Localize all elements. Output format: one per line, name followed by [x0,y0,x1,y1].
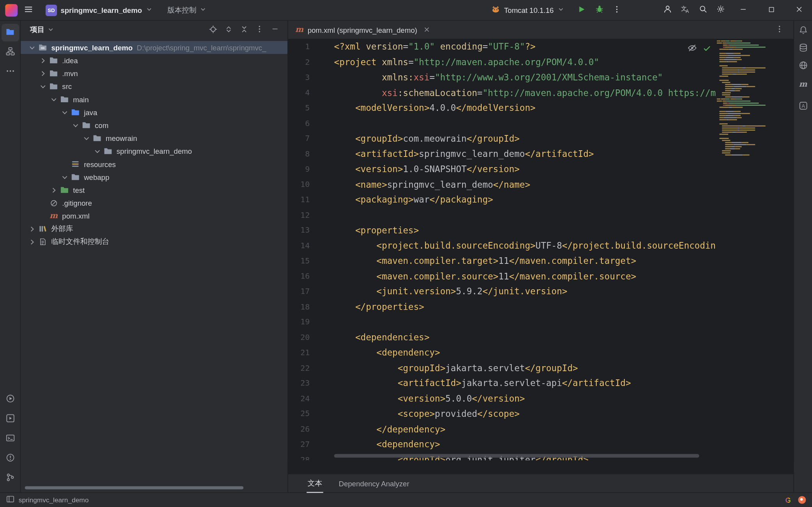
line-number[interactable]: 9 [288,162,334,177]
google-translate-engine-icon[interactable]: G [785,496,791,504]
line-number[interactable]: 5 [288,101,334,116]
chevron-down-icon[interactable] [60,173,70,181]
line-number[interactable]: 10 [288,177,334,192]
inspection-widget[interactable] [687,43,711,55]
chevron-right-icon[interactable] [49,186,59,194]
code-line-20[interactable]: 20 <dependencies> [288,330,793,345]
right-bar-web-button[interactable] [795,58,811,75]
code-viewport[interactable]: 1<?xml version="1.0" encoding="UTF-8"?>2… [288,39,793,460]
project-view-selector[interactable]: 项目 [30,25,54,35]
chevron-down-icon[interactable] [92,147,103,155]
tab-close-button[interactable] [421,25,432,35]
chevron-right-icon[interactable] [38,69,48,77]
bottom-tab-text[interactable]: 文本 [301,474,328,493]
code-line-12[interactable]: 12 [288,208,793,223]
tool-window-layout-icon[interactable] [6,495,14,505]
line-number[interactable]: 25 [288,406,334,422]
chevron-right-icon[interactable] [27,225,37,233]
expand-all-button[interactable] [221,23,236,37]
line-number[interactable]: 23 [288,376,334,391]
tree-item-gitignore[interactable]: .gitignore [21,196,287,209]
tree-item-mvn[interactable]: .mvn [21,67,287,80]
code-with-me-button[interactable] [660,2,675,18]
code-line-26[interactable]: 26 </dependency> [288,422,793,437]
tree-item-java[interactable]: java [21,106,287,119]
project-widget[interactable]: SD springmvc_learn_demo [43,3,156,17]
tree-item-external-libraries[interactable]: 外部库 [21,222,287,235]
line-number[interactable]: 28 [288,452,334,461]
line-number[interactable]: 22 [288,361,334,376]
code-line-23[interactable]: 23 <artifactId>jakarta.servlet-api</arti… [288,376,793,391]
line-number[interactable]: 14 [288,238,334,253]
code-line-22[interactable]: 22 <groupId>jakarta.servlet</groupId> [288,361,793,376]
tool-window-services-button[interactable] [1,411,19,428]
line-number[interactable]: 7 [288,131,334,146]
editor-horizontal-scrollbar[interactable] [334,454,699,457]
tool-window-more-button[interactable] [1,63,19,81]
run-configuration-widget[interactable]: Tomcat 10.1.16 [488,3,567,17]
right-bar-maven-button[interactable]: m [795,76,811,92]
debug-button[interactable] [592,2,607,18]
maximize-button[interactable] [758,0,784,20]
tree-item-pkg-springmvc-learn-demo[interactable]: springmvc_learn_demo [21,145,287,158]
locate-file-button[interactable] [206,23,220,37]
line-number[interactable]: 19 [288,315,334,330]
line-number[interactable]: 16 [288,269,334,284]
tree-item-scratches[interactable]: 临时文件和控制台 [21,235,287,248]
tree-item-meowrain[interactable]: meowrain [21,132,287,144]
code-line-24[interactable]: 24 <version>5.0.0</version> [288,391,793,406]
tree-item-pom[interactable]: mpom.xml [21,210,287,222]
tool-window-problems-button[interactable] [1,450,19,468]
tool-window-structure-button[interactable] [1,44,19,61]
line-number[interactable]: 27 [288,437,334,452]
chevron-right-icon[interactable] [38,56,48,64]
hide-panel-button[interactable] [268,23,282,37]
search-everywhere-button[interactable] [695,2,711,18]
tree-item-idea[interactable]: .idea [21,54,287,67]
code-line-17[interactable]: 17 <junit.version>5.9.2</junit.version> [288,284,793,299]
code-line-25[interactable]: 25 <scope>provided</scope> [288,406,793,422]
line-number[interactable]: 21 [288,345,334,360]
chevron-down-icon[interactable] [49,95,59,103]
editor-tab-pom-xml[interactable]: m pom.xml (springmvc_learn_demo) [288,20,436,39]
line-number[interactable]: 13 [288,223,334,238]
code-line-11[interactable]: 11 <packaging>war</packaging> [288,192,793,208]
tree-item-resources[interactable]: resources [21,158,287,171]
line-number[interactable]: 2 [288,55,334,70]
code-line-18[interactable]: 18 </properties> [288,299,793,315]
code-line-27[interactable]: 27 <dependency> [288,437,793,452]
right-bar-notifications-button[interactable] [795,23,811,39]
line-number[interactable]: 6 [288,116,334,131]
tree-item-root[interactable]: springmvc_learn_demoD:\project\spring_mv… [21,41,287,54]
chevron-down-icon[interactable] [27,43,37,52]
code-line-13[interactable]: 13 <properties> [288,223,793,238]
code-line-14[interactable]: 14 <project.build.sourceEncoding>UTF-8</… [288,238,793,253]
chevron-down-icon[interactable] [60,108,70,116]
line-number[interactable]: 17 [288,284,334,299]
right-bar-database-button[interactable] [795,41,811,57]
chevron-down-icon[interactable] [71,121,81,129]
run-button[interactable] [574,2,589,18]
settings-button[interactable] [713,2,728,18]
code-line-10[interactable]: 10 <name>springmvc_learn_demo</name> [288,177,793,192]
project-tree-horizontal-scrollbar[interactable] [25,486,243,489]
code-line-9[interactable]: 9 <version>1.0-SNAPSHOT</version> [288,162,793,177]
chevron-down-icon[interactable] [81,134,92,142]
close-button[interactable] [786,0,812,20]
line-number[interactable]: 18 [288,299,334,315]
tool-window-project-button[interactable] [1,24,19,41]
plugin-notification-icon[interactable] [798,496,806,504]
panel-options-button[interactable] [252,23,267,37]
tool-window-version-control-button[interactable] [1,470,19,487]
line-number[interactable]: 3 [288,70,334,85]
tree-item-webapp[interactable]: webapp [21,171,287,183]
line-number[interactable]: 12 [288,208,334,223]
vcs-widget[interactable]: 版本控制 [167,5,207,15]
line-number[interactable]: 24 [288,391,334,406]
chevron-down-icon[interactable] [38,82,48,90]
translation-button[interactable]: 文A [677,2,693,18]
more-actions-button[interactable] [609,2,625,18]
code-line-19[interactable]: 19 [288,315,793,330]
minimize-button[interactable] [730,0,756,20]
code-line-16[interactable]: 16 <maven.compiler.source>11</maven.comp… [288,269,793,284]
